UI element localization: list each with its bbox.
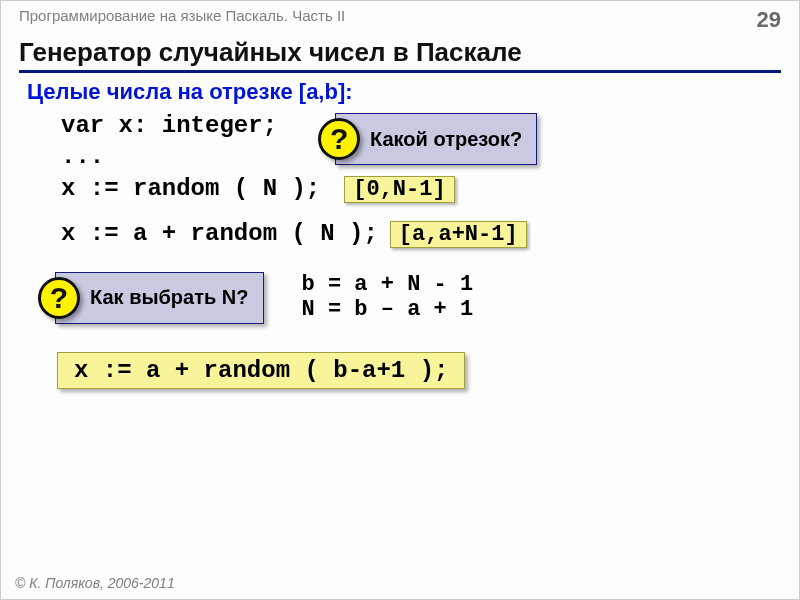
question-icon: ? bbox=[38, 277, 80, 319]
code-line-2: ... bbox=[61, 142, 277, 173]
range-box-1: [0,N-1] bbox=[344, 176, 454, 203]
final-code-box: x := a + random ( b-a+1 ); bbox=[57, 352, 465, 389]
code-line-3: x := random ( N ); bbox=[61, 174, 320, 205]
code-line-1: var x: integer; bbox=[61, 111, 277, 142]
subtitle: Целые числа на отрезке [a,b]: bbox=[27, 79, 799, 105]
range-box-2: [a,a+N-1] bbox=[390, 221, 527, 248]
course-name: Программирование на языке Паскаль. Часть… bbox=[19, 7, 345, 33]
callout-text-1: Какой отрезок? bbox=[370, 128, 522, 151]
code-line-4: x := a + random ( N ); bbox=[61, 219, 378, 250]
equation-2: N = b – a + 1 bbox=[302, 297, 474, 322]
question-icon: ? bbox=[318, 118, 360, 160]
callout-choose-n: ? Как выбрать N? bbox=[55, 272, 264, 324]
equation-1: b = a + N - 1 bbox=[302, 272, 474, 297]
callout-text-2: Как выбрать N? bbox=[90, 286, 249, 309]
callout-which-range: ? Какой отрезок? bbox=[335, 113, 537, 165]
footer-copyright: © К. Поляков, 2006-2011 bbox=[15, 575, 175, 591]
page-number: 29 bbox=[757, 7, 781, 33]
content: var x: integer; ... ? Какой отрезок? x :… bbox=[61, 111, 799, 389]
page-title: Генератор случайных чисел в Паскале bbox=[19, 37, 781, 73]
header: Программирование на языке Паскаль. Часть… bbox=[1, 1, 799, 33]
